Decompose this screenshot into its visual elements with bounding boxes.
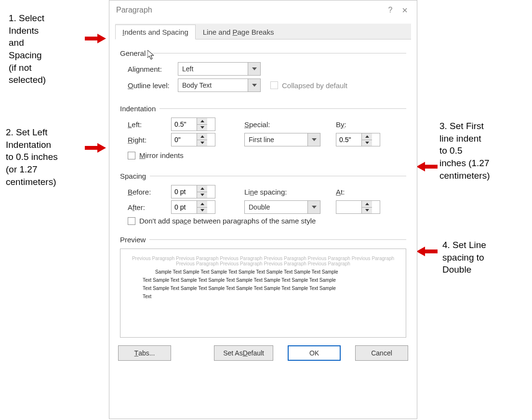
annotation-3: 3. Set First line indent to 0.5 inches (…: [439, 120, 490, 182]
arrow-1-icon: [85, 34, 106, 43]
svg-marker-0: [85, 34, 106, 43]
tabs-button[interactable]: Tabs...: [118, 345, 171, 361]
annotation-2: 2. Set Left Indentation to 0.5 inches (o…: [6, 126, 58, 188]
arrow-3-icon: [416, 162, 438, 171]
line-spacing-label: Line spacing:: [244, 188, 321, 196]
alignment-value: Left: [178, 65, 248, 73]
preview-prev-text: Previous Paragraph Previous Paragraph Pr…: [129, 256, 397, 266]
after-input[interactable]: [172, 201, 197, 213]
section-label: General: [120, 49, 146, 57]
svg-marker-2: [416, 162, 438, 171]
section-preview: Preview: [120, 236, 406, 244]
svg-marker-16: [200, 209, 204, 211]
dont-add-checkbox[interactable]: [128, 217, 135, 225]
mirror-label: Mirror indents: [139, 151, 184, 159]
right-indent-spinner[interactable]: [171, 133, 215, 146]
dont-add-label: Don't add space between paragraphs of th…: [139, 217, 316, 225]
svg-marker-7: [200, 126, 204, 129]
tab-label: Indents and Spacing: [122, 28, 188, 36]
svg-marker-19: [365, 209, 369, 211]
line-spacing-combo[interactable]: Double: [244, 200, 320, 214]
annotation-4: 4. Set Line spacing to Double: [442, 239, 486, 276]
special-label: Special:: [244, 120, 321, 129]
svg-marker-14: [200, 194, 204, 196]
button-row: Tabs... Set As Default OK Cancel: [109, 340, 417, 368]
right-indent-input[interactable]: [172, 133, 197, 146]
spinner-buttons-icon[interactable]: [197, 201, 207, 213]
before-input[interactable]: [172, 185, 197, 198]
section-spacing: Spacing: [120, 172, 406, 180]
tabs: Indents and Spacing Line and Page Breaks: [115, 24, 411, 39]
help-icon[interactable]: ?: [383, 6, 398, 14]
section-label: Indentation: [120, 105, 156, 113]
titlebar: Paragraph ? ×: [109, 0, 417, 20]
set-default-button[interactable]: Set As Default: [214, 345, 273, 361]
mirror-checkbox[interactable]: [128, 152, 135, 159]
svg-marker-11: [365, 135, 369, 138]
arrow-4-icon: [416, 247, 438, 256]
preview-sample: Text: [129, 294, 397, 299]
svg-marker-15: [200, 203, 204, 205]
preview-sample: Sample Text Sample Text Sample Text Samp…: [129, 269, 397, 275]
svg-marker-4: [252, 67, 257, 70]
dialog-title: Paragraph: [116, 6, 383, 14]
after-label: After:: [128, 203, 171, 211]
svg-marker-10: [312, 138, 317, 141]
tab-line-page-breaks[interactable]: Line and Page Breaks: [196, 25, 281, 39]
right-indent-label: Right:: [128, 136, 171, 144]
svg-marker-6: [200, 120, 204, 122]
preview-box: Previous Paragraph Previous Paragraph Pr…: [120, 249, 406, 338]
ok-button[interactable]: OK: [288, 345, 341, 361]
outline-combo[interactable]: Body Text: [178, 79, 261, 92]
spinner-buttons-icon[interactable]: [361, 133, 372, 146]
special-value: First line: [245, 136, 307, 144]
special-combo[interactable]: First line: [244, 133, 320, 146]
annotation-1: 1. Select Indents and Spacing (if not se…: [9, 12, 46, 86]
collapsed-checkbox: [270, 81, 278, 89]
section-label: Spacing: [120, 172, 146, 180]
section-indentation: Indentation: [120, 105, 406, 113]
section-label: Preview: [120, 236, 146, 244]
by-input[interactable]: [336, 133, 361, 146]
line-spacing-value: Double: [245, 203, 307, 211]
svg-marker-17: [312, 206, 317, 209]
before-spinner[interactable]: [171, 185, 215, 198]
chevron-down-icon: [248, 79, 260, 92]
preview-sample: Text Sample Text Sample Text Sample Text…: [129, 286, 397, 291]
svg-marker-12: [365, 142, 369, 144]
alignment-combo[interactable]: Left: [178, 62, 261, 76]
paragraph-dialog: Paragraph ? × Indents and Spacing Line a…: [109, 0, 417, 419]
at-input[interactable]: [336, 201, 361, 213]
left-indent-spinner[interactable]: [171, 118, 215, 131]
at-label: At:: [336, 188, 380, 196]
spinner-buttons-icon[interactable]: [197, 133, 207, 146]
svg-marker-5: [252, 84, 257, 87]
section-general: General: [120, 49, 406, 57]
chevron-down-icon: [248, 63, 260, 75]
alignment-label: Alignment:: [128, 65, 178, 73]
svg-marker-1: [85, 143, 106, 153]
outline-label: Outline level:: [128, 81, 178, 90]
svg-marker-8: [200, 135, 204, 138]
left-indent-input[interactable]: [172, 118, 197, 131]
chevron-down-icon: [307, 201, 320, 213]
after-spinner[interactable]: [171, 200, 215, 214]
left-indent-label: Left:: [128, 120, 171, 129]
spinner-buttons-icon[interactable]: [197, 118, 207, 131]
svg-marker-9: [200, 142, 204, 144]
close-icon[interactable]: ×: [398, 5, 412, 16]
before-label: Before:: [128, 188, 171, 196]
arrow-2-icon: [85, 143, 106, 153]
cancel-button[interactable]: Cancel: [355, 345, 408, 361]
chevron-down-icon: [307, 133, 320, 146]
at-spinner[interactable]: [336, 200, 380, 214]
collapsed-label: Collapsed by default: [282, 81, 347, 90]
preview-sample: Text Sample Text Sample Text Sample Text…: [129, 277, 397, 283]
spinner-buttons-icon[interactable]: [197, 185, 207, 198]
svg-marker-18: [365, 203, 369, 205]
by-label: By:: [336, 120, 380, 129]
spinner-buttons-icon[interactable]: [361, 201, 372, 213]
by-spinner[interactable]: [336, 133, 380, 146]
svg-marker-3: [416, 247, 438, 256]
tab-indents-spacing[interactable]: Indents and Spacing: [115, 25, 196, 39]
